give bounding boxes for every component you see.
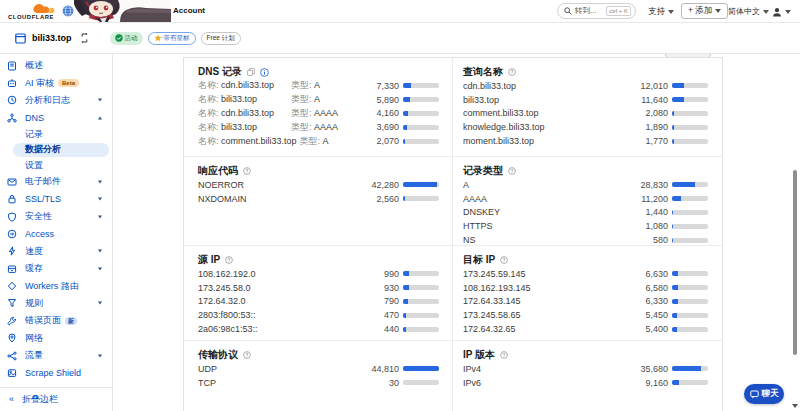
sidebar-item-speed[interactable]: 速度 bbox=[0, 243, 112, 260]
anime-avatar-banner bbox=[74, 0, 171, 22]
stat-bar bbox=[403, 380, 439, 385]
sidebar-item-workers[interactable]: Workers 路由 bbox=[0, 277, 112, 294]
record-name: cdn.bili33.top bbox=[221, 80, 274, 90]
stat-label: UDP bbox=[198, 364, 217, 374]
stat-row: 172.64.33.1456,330 bbox=[463, 295, 708, 309]
sidebar-item-label: 设置 bbox=[25, 159, 43, 172]
sidebar-item-overview[interactable]: 概述 bbox=[0, 57, 112, 74]
globe-icon[interactable] bbox=[62, 5, 74, 17]
info-blue-icon[interactable] bbox=[260, 68, 269, 77]
zone-header-bar: bili33.top 活动 带有星标 Free 计划 bbox=[0, 23, 800, 54]
stat-label: moment.bili33.top bbox=[463, 136, 534, 146]
support-menu[interactable]: 支持 bbox=[648, 0, 674, 23]
stat-bar bbox=[403, 111, 439, 116]
stat-row: NOERROR42,280 bbox=[198, 178, 439, 192]
new-badge: 新 bbox=[65, 317, 77, 325]
stat-value: 6,580 bbox=[645, 283, 668, 293]
stat-bar bbox=[672, 366, 708, 371]
stat-value: 5,400 bbox=[645, 324, 668, 334]
help-icon[interactable] bbox=[225, 256, 233, 264]
traffic-icon bbox=[7, 351, 17, 361]
stat-label: IPv6 bbox=[463, 378, 481, 388]
sidebar-item-label: Workers 路由 bbox=[25, 280, 79, 293]
vertical-scrollbar-thumb[interactable] bbox=[793, 170, 797, 355]
analytics-icon bbox=[7, 95, 17, 105]
sidebar-item-error-pages[interactable]: 错误页面新 bbox=[0, 312, 112, 329]
stat-row: A28,830 bbox=[463, 178, 708, 192]
stat-row: 172.64.32.655,400 bbox=[463, 322, 708, 336]
copy-icon[interactable] bbox=[247, 68, 255, 76]
sidebar-item-traffic[interactable]: 流量 bbox=[0, 347, 112, 364]
sidebar-item-rules[interactable]: 规则 bbox=[0, 295, 112, 312]
language-menu[interactable]: 简体中文 bbox=[728, 0, 769, 23]
beta-badge: Beta bbox=[58, 79, 79, 87]
stat-label: NXDOMAIN bbox=[198, 194, 247, 204]
stat-value: 2,080 bbox=[645, 108, 668, 118]
sidebar-item-label: 数据分析 bbox=[25, 143, 61, 156]
scroll-corner-caret-icon[interactable] bbox=[792, 404, 798, 408]
stat-value: 2,070 bbox=[376, 136, 399, 146]
help-icon[interactable] bbox=[508, 68, 516, 76]
sidebar-item-caching[interactable]: 缓存 bbox=[0, 260, 112, 277]
help-icon[interactable] bbox=[500, 351, 508, 359]
sidebar-item-label: 规则 bbox=[25, 297, 43, 310]
stat-row: TCP30 bbox=[198, 376, 439, 390]
sidebar-subitem-6[interactable]: 设置 bbox=[0, 158, 112, 174]
stat-value: 4,160 bbox=[376, 108, 399, 118]
stat-row: UDP44,810 bbox=[198, 362, 439, 376]
stat-bar bbox=[672, 111, 708, 116]
sidebar-item-network[interactable]: 网络 bbox=[0, 330, 112, 347]
sidebar-item-dns[interactable]: DNS bbox=[0, 109, 112, 126]
help-icon[interactable] bbox=[508, 167, 516, 175]
starred-badge[interactable]: 带有星标 bbox=[148, 32, 196, 45]
stat-bar bbox=[672, 313, 708, 318]
stat-bar bbox=[672, 238, 708, 243]
add-button[interactable]: + 添加 bbox=[681, 3, 728, 19]
chat-bubble-icon bbox=[750, 390, 759, 399]
collapse-sidebar-button[interactable]: « 折叠边栏 bbox=[0, 387, 112, 411]
sidebar-item-label: 记录 bbox=[25, 128, 43, 141]
stat-row: 名称: bili33.top类型: AAAA3,690 bbox=[198, 120, 439, 134]
help-icon[interactable] bbox=[243, 167, 251, 175]
scrape-shield-icon bbox=[7, 368, 17, 378]
search-input[interactable]: 转到... ctrl + K bbox=[557, 3, 636, 19]
chevron-down-icon bbox=[98, 267, 102, 270]
panel-title: DNS 记录 bbox=[198, 65, 242, 79]
zone-switch-icon[interactable] bbox=[80, 33, 89, 43]
search-shortcut-hint: ctrl + K bbox=[606, 6, 631, 16]
stat-bar bbox=[403, 327, 439, 332]
user-menu[interactable] bbox=[772, 0, 791, 23]
stat-bar bbox=[672, 97, 708, 102]
help-icon[interactable] bbox=[500, 256, 508, 264]
account-label[interactable]: Account bbox=[173, 6, 205, 15]
panel-title: 源 IP bbox=[198, 253, 220, 267]
stat-value: 7,330 bbox=[376, 81, 399, 91]
sidebar-item-ai-audit[interactable]: AI 审核Beta bbox=[0, 74, 112, 91]
stat-bar bbox=[403, 139, 439, 144]
stat-label: knowledge.bili33.top bbox=[463, 122, 545, 132]
chevron-down-icon bbox=[98, 99, 102, 102]
sidebar-item-analytics[interactable]: 分析和日志 bbox=[0, 92, 112, 109]
sidebar-item-access[interactable]: Access bbox=[0, 225, 112, 242]
sidebar-item-security[interactable]: 安全性 bbox=[0, 208, 112, 225]
stat-value: 1,080 bbox=[645, 221, 668, 231]
chat-button[interactable]: 聊天 bbox=[744, 384, 784, 404]
help-icon[interactable] bbox=[243, 351, 251, 359]
sidebar-item-ssl[interactable]: SSL/TLS bbox=[0, 190, 112, 207]
security-icon bbox=[7, 212, 17, 222]
sidebar-item-scrape-shield[interactable]: Scrape Shield bbox=[0, 364, 112, 381]
stat-value: 1,890 bbox=[645, 122, 668, 132]
sidebar-item-label: Access bbox=[25, 229, 54, 239]
sidebar-item-email[interactable]: 电子邮件 bbox=[0, 173, 112, 190]
panel-source-ip: 源 IP108.162.192.0990173.245.58.0930172.6… bbox=[184, 246, 453, 341]
stat-bar bbox=[672, 83, 708, 88]
stat-row: AAAA11,200 bbox=[463, 192, 708, 206]
cloudflare-logo[interactable]: CLOUDFLARE bbox=[7, 1, 55, 21]
sidebar-item-label: 安全性 bbox=[25, 210, 52, 223]
access-icon bbox=[7, 229, 17, 239]
sidebar-subitem-selected[interactable]: 数据分析 bbox=[0, 142, 112, 158]
stat-value: 440 bbox=[384, 324, 399, 334]
sidebar-subitem-4[interactable]: 记录 bbox=[0, 127, 112, 143]
stat-row: cdn.bili33.top12,010 bbox=[463, 79, 708, 93]
stat-row: moment.bili33.top1,770 bbox=[463, 134, 708, 148]
